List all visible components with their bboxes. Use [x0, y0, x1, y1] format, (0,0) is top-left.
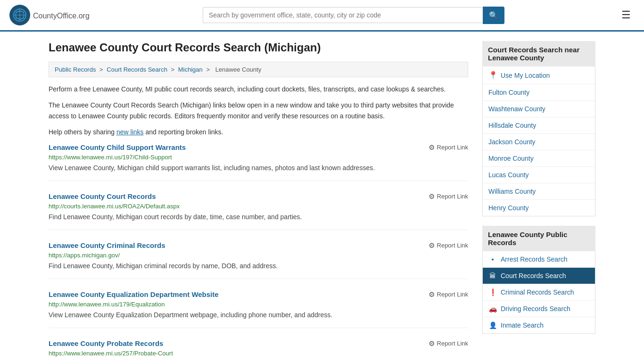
result-title-4[interactable]: Lenawee County Probate Records [49, 339, 163, 347]
nearby-county-item[interactable]: Hillsdale County [483, 117, 595, 134]
result-desc-0: View Lenawee County, Michigan child supp… [49, 163, 468, 173]
logo-brand: CountyOffice [33, 12, 76, 20]
pub-records-label-4: Inmate Search [501, 321, 544, 329]
report-icon: ⚙ [429, 192, 435, 201]
pub-records-icon-0: ▪ [488, 255, 497, 263]
result-item: Lenawee County Court Records ⚙ Report Li… [49, 192, 468, 230]
result-desc-1: Find Lenawee County, Michigan court reco… [49, 212, 468, 222]
report-label: Report Link [437, 340, 468, 347]
report-link-1[interactable]: ⚙ Report Link [429, 192, 468, 201]
new-links-link[interactable]: new links [116, 128, 144, 136]
pub-records-link-3[interactable]: 🚗 Driving Records Search [483, 301, 595, 317]
logo-tld: .org [76, 12, 90, 20]
pub-records-item[interactable]: 🚗 Driving Records Search [483, 301, 595, 317]
pub-records-link-1[interactable]: 🏛 Court Records Search [483, 268, 595, 284]
search-button[interactable]: 🔍 [483, 7, 504, 24]
use-location-link[interactable]: 📍 Use My Location [483, 66, 595, 84]
result-url-3[interactable]: http://www.lenawee.mi.us/179/Equalizatio… [49, 301, 468, 308]
pub-records-label-1: Court Records Search [501, 272, 566, 280]
pub-records-link-0[interactable]: ▪ Arrest Records Search [483, 251, 595, 267]
breadcrumb-sep1: > [99, 66, 105, 73]
result-url-4[interactable]: https://www.lenawee.mi.us/257/Probate-Co… [49, 350, 468, 357]
logo-area: CountyOffice.org [9, 5, 90, 25]
nearby-county-item[interactable]: Lucas County [483, 167, 595, 183]
search-bar-container: 🔍 [203, 7, 504, 24]
nearby-county-link-2[interactable]: Hillsdale County [483, 117, 595, 133]
public-records-header: Lenawee County Public Records [482, 226, 595, 251]
pub-records-item[interactable]: ❗ Criminal Records Search [483, 284, 595, 301]
pub-records-icon-4: 👤 [488, 321, 497, 329]
report-icon: ⚙ [429, 290, 435, 299]
pub-records-item[interactable]: 👤 Inmate Search [483, 317, 595, 333]
nearby-county-link-3[interactable]: Jackson County [483, 134, 595, 150]
nearby-county-item[interactable]: Monroe County [483, 150, 595, 167]
breadcrumb-michigan[interactable]: Michigan [178, 66, 203, 73]
nearby-county-link-5[interactable]: Lucas County [483, 167, 595, 183]
location-icon: 📍 [488, 71, 498, 80]
menu-button[interactable]: ☰ [618, 7, 635, 23]
breadcrumb-sep3: > [206, 66, 211, 73]
result-header: Lenawee County Equalization Department W… [49, 290, 468, 299]
report-link-4[interactable]: ⚙ Report Link [429, 339, 468, 348]
pub-records-item[interactable]: 🏛 Court Records Search [483, 268, 595, 284]
report-label: Report Link [437, 144, 468, 151]
description-1: Perform a free Lenawee County, MI public… [49, 84, 468, 94]
pub-records-icon-3: 🚗 [488, 305, 497, 313]
nearby-county-link-1[interactable]: Washtenaw County [483, 101, 595, 117]
nearby-county-item[interactable]: Henry County [483, 200, 595, 216]
nearby-county-item[interactable]: Jackson County [483, 134, 595, 150]
nearby-county-link-0[interactable]: Fulton County [483, 84, 595, 100]
result-desc-2: Find Lenawee County, Michigan criminal r… [49, 261, 468, 271]
description-2: The Lenawee County Court Records Search … [49, 100, 468, 121]
logo-text[interactable]: CountyOffice.org [33, 10, 90, 21]
result-url-1[interactable]: http://courts.lenawee.mi.us/ROA2A/Defaul… [49, 203, 468, 210]
report-link-0[interactable]: ⚙ Report Link [429, 143, 468, 152]
result-url-0[interactable]: https://www.lenawee.mi.us/197/Child-Supp… [49, 154, 468, 161]
pub-records-label-3: Driving Records Search [501, 305, 570, 313]
report-icon: ⚙ [429, 143, 435, 152]
result-title-2[interactable]: Lenawee County Criminal Records [49, 241, 165, 249]
breadcrumb-sep2: > [171, 66, 176, 73]
report-link-3[interactable]: ⚙ Report Link [429, 290, 468, 299]
nearby-county-link-7[interactable]: Henry County [483, 200, 595, 216]
logo-icon [9, 5, 30, 25]
pub-records-item[interactable]: ▪ Arrest Records Search [483, 251, 595, 268]
result-header: Lenawee County Court Records ⚙ Report Li… [49, 192, 468, 201]
nearby-county-item[interactable]: Williams County [483, 183, 595, 200]
report-label: Report Link [437, 193, 468, 200]
main-container: Lenawee County Court Records Search (Mic… [39, 32, 605, 362]
result-item: Lenawee County Criminal Records ⚙ Report… [49, 241, 468, 279]
nearby-county-item[interactable]: Washtenaw County [483, 101, 595, 117]
pub-records-icon-1: 🏛 [488, 272, 497, 280]
breadcrumb-current: Lenawee County [215, 66, 262, 73]
result-title-3[interactable]: Lenawee County Equalization Department W… [49, 290, 219, 298]
header: CountyOffice.org 🔍 ☰ [0, 0, 644, 32]
pub-records-link-2[interactable]: ❗ Criminal Records Search [483, 284, 595, 300]
nearby-header: Court Records Search near Lenawee County [482, 41, 595, 66]
report-icon: ⚙ [429, 339, 435, 348]
pub-records-icon-2: ❗ [488, 288, 497, 296]
breadcrumb-public-records[interactable]: Public Records [55, 66, 96, 73]
nearby-county-link-4[interactable]: Monroe County [483, 150, 595, 166]
pub-records-link-4[interactable]: 👤 Inmate Search [483, 317, 595, 333]
search-icon: 🔍 [489, 11, 498, 19]
use-location-item[interactable]: 📍 Use My Location [483, 66, 595, 84]
result-desc-3: View Lenawee County Equalization Departm… [49, 310, 468, 320]
nearby-county-link-6[interactable]: Williams County [483, 183, 595, 199]
report-icon: ⚙ [429, 241, 435, 250]
result-title-0[interactable]: Lenawee County Child Support Warrants [49, 143, 186, 151]
nearby-county-item[interactable]: Fulton County [483, 84, 595, 101]
result-title-1[interactable]: Lenawee County Court Records [49, 192, 156, 200]
breadcrumb-court-records[interactable]: Court Records Search [107, 66, 167, 73]
report-link-2[interactable]: ⚙ Report Link [429, 241, 468, 250]
result-url-2[interactable]: https://apps.michigan.gov/ [49, 252, 468, 259]
search-input[interactable] [203, 7, 483, 23]
result-header: Lenawee County Child Support Warrants ⚙ … [49, 143, 468, 152]
result-item: Lenawee County Child Support Warrants ⚙ … [49, 143, 468, 181]
breadcrumb: Public Records > Court Records Search > … [49, 62, 468, 77]
result-header: Lenawee County Criminal Records ⚙ Report… [49, 241, 468, 250]
result-item: Lenawee County Equalization Department W… [49, 290, 468, 328]
help-text: Help others by sharing new links and rep… [49, 127, 468, 137]
results-list: Lenawee County Child Support Warrants ⚙ … [49, 143, 468, 362]
result-header: Lenawee County Probate Records ⚙ Report … [49, 339, 468, 348]
